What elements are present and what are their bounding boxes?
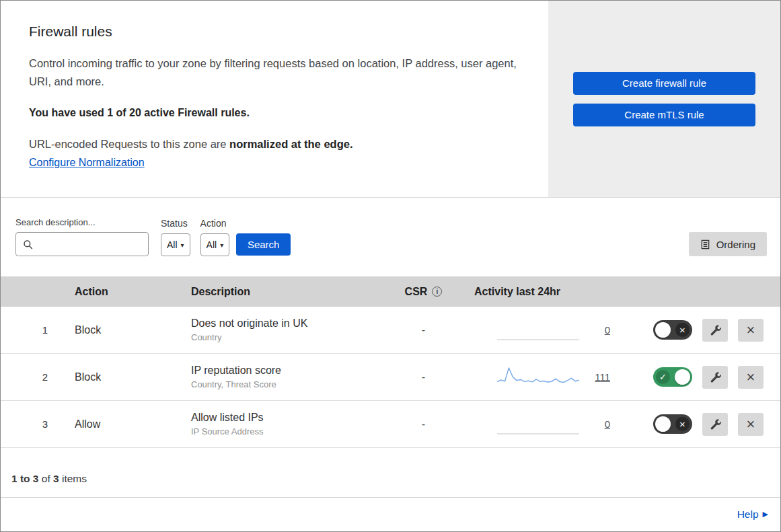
- rule-description: Allow listed IPs: [191, 412, 398, 424]
- table-row: 1 Block Does not originate in UK Country…: [1, 307, 780, 354]
- activity-count-link[interactable]: 111: [591, 371, 610, 383]
- items-total: 3: [53, 473, 59, 484]
- search-group: Search description...: [15, 217, 149, 256]
- page-title: Firewall rules: [29, 24, 521, 40]
- ordering-button-label: Ordering: [716, 239, 755, 250]
- actions-panel: Create firewall rule Create mTLS rule: [548, 1, 780, 197]
- items-range: 1 to 3: [11, 473, 38, 484]
- normalization-text-prefix: URL-encoded Requests to this zone are: [29, 138, 227, 150]
- rule-priority: 3: [1, 418, 61, 430]
- rule-controls: ✓ × ×: [610, 413, 780, 436]
- delete-rule-button[interactable]: ×: [738, 366, 764, 389]
- rule-enabled-toggle[interactable]: ✓ ×: [653, 414, 692, 434]
- wrench-icon: [710, 418, 721, 430]
- search-input[interactable]: [33, 238, 148, 250]
- status-select[interactable]: All ▾: [161, 233, 190, 256]
- rule-description-cell: Allow listed IPs IP Source Address: [178, 412, 398, 436]
- status-filter-group: Status All ▾: [161, 218, 190, 256]
- filter-bar: Search description... Status All ▾ Actio…: [1, 198, 780, 276]
- wrench-icon: [710, 324, 721, 336]
- delete-rule-button[interactable]: ×: [738, 413, 764, 436]
- toggle-knob: [675, 369, 690, 385]
- action-filter-group: Action All ▾: [200, 218, 230, 256]
- close-icon: ×: [747, 370, 755, 385]
- edit-rule-button[interactable]: [702, 366, 728, 389]
- toggle-knob: [655, 322, 671, 338]
- configure-normalization-link[interactable]: Configure Normalization: [29, 157, 145, 169]
- chevron-down-icon: ▾: [181, 241, 184, 249]
- activity-sparkline: [497, 364, 579, 391]
- rule-description: Does not originate in UK: [191, 317, 398, 330]
- rule-fields: Country: [191, 332, 398, 342]
- help-link-label: Help: [737, 508, 759, 521]
- edit-rule-button[interactable]: [702, 319, 728, 342]
- delete-rule-button[interactable]: ×: [738, 319, 764, 342]
- rule-enabled-toggle[interactable]: ✓ ×: [653, 320, 692, 340]
- info-icon[interactable]: i: [432, 287, 442, 297]
- close-icon: ×: [747, 323, 755, 338]
- rule-action: Block: [61, 324, 178, 336]
- header-csr-column: CSR i: [398, 286, 449, 298]
- items-count: 1 to 3 of 3 items: [11, 473, 780, 485]
- rule-priority: 2: [1, 371, 61, 383]
- rule-action: Block: [61, 371, 178, 383]
- header-action-column: Action: [61, 286, 178, 298]
- table-footer: 1 to 3 of 3 items: [1, 448, 780, 497]
- rule-fields: IP Source Address: [191, 426, 398, 436]
- close-icon: ×: [747, 417, 755, 432]
- activity-sparkline: [497, 411, 579, 438]
- page-header: Firewall rules Control incoming traffic …: [1, 1, 780, 198]
- rule-activity-cell: 0: [449, 317, 610, 344]
- activity-sparkline: [497, 317, 579, 344]
- header-description-column: Description: [178, 286, 398, 298]
- help-link[interactable]: Help ▶: [737, 508, 768, 521]
- table-row: 2 Block IP reputation score Country, Thr…: [1, 354, 780, 401]
- activity-count-link[interactable]: 0: [591, 418, 610, 430]
- action-select[interactable]: All ▾: [200, 233, 230, 256]
- header-activity-column: Activity last 24hr: [449, 286, 610, 298]
- items-label: items: [62, 473, 87, 484]
- table-header: Action Description CSR i Activity last 2…: [1, 276, 780, 307]
- rule-activity-cell: 111: [449, 364, 610, 391]
- search-button[interactable]: Search: [236, 233, 291, 256]
- rule-activity-cell: 0: [449, 411, 610, 438]
- search-box[interactable]: [15, 232, 149, 256]
- rule-priority: 1: [1, 324, 61, 336]
- x-icon: ×: [675, 323, 690, 337]
- activity-count-link[interactable]: 0: [591, 324, 610, 336]
- edit-rule-button[interactable]: [702, 413, 728, 436]
- csr-column-label: CSR: [405, 286, 428, 298]
- help-arrow-icon: ▶: [763, 510, 768, 519]
- normalization-text: URL-encoded Requests to this zone are no…: [29, 138, 521, 151]
- status-select-value: All: [167, 239, 178, 250]
- chevron-down-icon: ▾: [220, 241, 223, 249]
- ordering-button[interactable]: Ordering: [689, 232, 767, 256]
- x-icon: ×: [675, 417, 690, 431]
- action-label: Action: [200, 218, 230, 229]
- create-mtls-rule-button[interactable]: Create mTLS rule: [573, 104, 755, 126]
- check-icon: ✓: [656, 370, 670, 384]
- page-description: Control incoming traffic to your zone by…: [29, 54, 521, 90]
- header-text-panel: Firewall rules Control incoming traffic …: [1, 1, 548, 197]
- rule-description: IP reputation score: [191, 365, 398, 377]
- rule-csr-value: -: [398, 418, 449, 430]
- search-icon: [23, 239, 33, 250]
- wrench-icon: [710, 371, 721, 383]
- rule-description-cell: IP reputation score Country, Threat Scor…: [178, 365, 398, 389]
- items-of-label: of: [42, 473, 50, 484]
- firewall-rules-page: Firewall rules Control incoming traffic …: [0, 0, 781, 532]
- create-firewall-rule-button[interactable]: Create firewall rule: [573, 72, 755, 95]
- rule-action: Allow: [61, 418, 178, 430]
- action-select-value: All: [207, 239, 217, 250]
- rule-csr-value: -: [398, 324, 449, 336]
- help-bar: Help ▶: [1, 497, 780, 531]
- ordering-list-icon: [700, 239, 710, 250]
- table-row: 3 Allow Allow listed IPs IP Source Addre…: [1, 401, 780, 448]
- search-label: Search description...: [15, 217, 149, 227]
- rule-controls: ✓ × ×: [610, 319, 780, 342]
- usage-text: You have used 1 of 20 active Firewall ru…: [29, 107, 521, 119]
- rule-description-cell: Does not originate in UK Country: [178, 317, 398, 342]
- rule-csr-value: -: [398, 371, 449, 383]
- normalization-text-bold: normalized at the edge.: [229, 138, 352, 150]
- rule-enabled-toggle[interactable]: ✓ ×: [653, 367, 692, 387]
